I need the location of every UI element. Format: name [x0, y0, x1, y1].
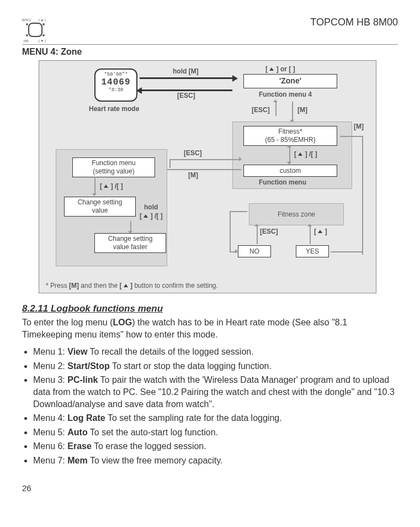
page-header: [ESC] [ ▲ ] [M] [ ▼ ] TOPCOM HB 8M00 [22, 17, 398, 45]
func-menu4-label: Function menu 4 [259, 91, 312, 98]
menu4-diagram: *50'08"* 14069 *8:38 Heart rate mode hol… [39, 60, 376, 293]
svg-rect-0 [29, 23, 42, 36]
svg-text:[ESC]: [ESC] [22, 18, 31, 22]
function-menu-setting-box: Function menu (setting value) [72, 157, 155, 177]
heart-rate-caption: Heart rate mode [89, 105, 139, 113]
logbook-heading: 8.2.11 Logbook functions menu [22, 303, 398, 314]
hold-m-label: hold [M] [173, 67, 199, 75]
logbook-list: Menu 1: View To recall the details of th… [25, 346, 398, 466]
m-label-3: [M] [188, 171, 198, 179]
screen-line3: *8:38 [95, 87, 136, 93]
list-item: Menu 4: Log Rate To set the sampling rat… [33, 412, 398, 424]
hold-label: hold [144, 203, 158, 211]
fitness-zone-box: Fitness zone [249, 203, 344, 225]
list-item: Menu 1: View To recall the details of th… [33, 346, 398, 358]
esc-label-3: [ESC] [184, 149, 202, 157]
svg-text:[ ▲ ]: [ ▲ ] [39, 18, 46, 22]
esc-label-4: [ESC] [260, 228, 278, 235]
watch-icon: [ESC] [ ▲ ] [M] [ ▼ ] [22, 17, 49, 43]
logbook-intro: To enter the log menu (LOG) the watch ha… [22, 317, 398, 340]
svg-text:[ ▼ ]: [ ▼ ] [39, 39, 46, 43]
m-label-1: [M] [297, 106, 307, 114]
svg-text:[M]: [M] [24, 39, 29, 43]
updown-slash-1: [ ] /[ ] [294, 150, 317, 158]
change-setting-box: Change setting value [64, 197, 136, 217]
screen-line2: 14069 [95, 77, 136, 87]
list-item: Menu 7: Mem To view the free memory capa… [33, 455, 398, 467]
page-number: 26 [22, 483, 398, 493]
list-item: Menu 5: Auto To set the auto-start log f… [33, 426, 398, 439]
custom-box: custom [243, 165, 337, 177]
updown-slash-2: [ ] /[ ] [100, 182, 123, 190]
func-menu-label: Function menu [259, 178, 306, 186]
updown-slash-3: [ ] /[ ] [140, 212, 163, 220]
screen-line1: *50'08"* [95, 72, 136, 77]
yes-box: YES [296, 245, 329, 257]
product-title: TOPCOM HB 8M00 [310, 17, 398, 28]
esc-label-1: [ESC] [177, 92, 195, 99]
footnote: * Press [M] and then the [ ] button to c… [46, 282, 218, 289]
fitness-box: Fitness* (65 - 85%EMHR) [243, 126, 337, 146]
m-label-2: [M] [354, 123, 364, 130]
zone-box: 'Zone' [243, 74, 337, 88]
updown-or: [ ] or [ ] [265, 65, 295, 73]
device-screen: *50'08"* 14069 *8:38 [94, 68, 137, 102]
svg-point-3 [26, 34, 28, 36]
menu4-title: MENU 4: Zone [22, 47, 398, 57]
no-box: NO [238, 245, 271, 257]
svg-point-1 [26, 23, 28, 25]
esc-label-2: [ESC] [252, 106, 270, 114]
change-setting-fast-box: Change setting value faster [94, 233, 166, 253]
svg-point-2 [42, 23, 45, 25]
list-item: Menu 2: Start/Stop To start or stop the … [33, 360, 398, 372]
list-item: Menu 6: Erase To erase the logged sessio… [33, 440, 398, 452]
up-only: [ ] [314, 228, 327, 235]
list-item: Menu 3: PC-link To pair the watch with t… [33, 374, 398, 410]
svg-point-4 [42, 34, 45, 36]
